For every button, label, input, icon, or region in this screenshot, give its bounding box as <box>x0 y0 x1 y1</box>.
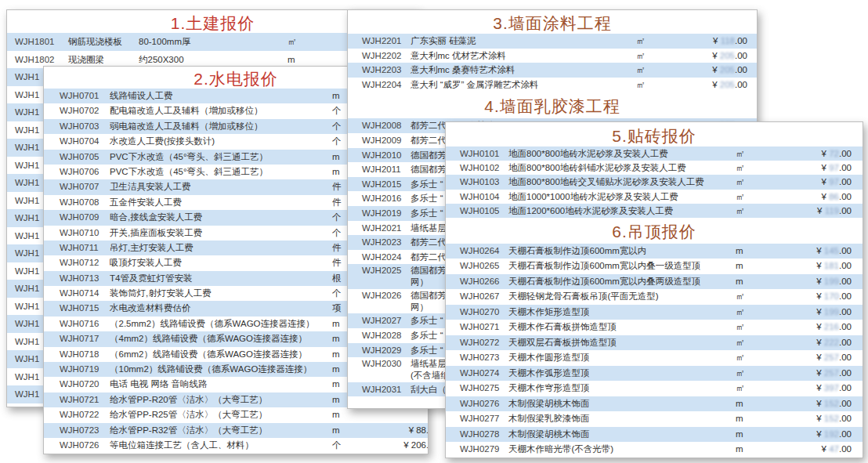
masked-price-digits: 397 <box>824 383 839 392</box>
item-unit: m <box>332 331 340 346</box>
item-code: WJH2201 <box>362 34 402 49</box>
table-row[interactable]: WJH0104地面1000*1000地砖水泥砂浆及安装人工费㎡¥ 86.00 <box>446 190 863 204</box>
masked-price-digits: 145 <box>824 246 839 255</box>
item-name: 等电位箱连接工艺（含人工、材料） <box>110 438 254 453</box>
table-row[interactable]: WJH0272天棚双层石膏板拼饰造型顶㎡¥ 222.00 <box>446 335 863 351</box>
table-row[interactable]: WJH0276木制假梁胡桃木饰面m¥ 152.00 <box>446 396 863 412</box>
masked-price-digits: 119 <box>825 206 839 215</box>
item-name: 地面800*800地砖水泥砂浆及安装人工费 <box>508 146 668 161</box>
table-row[interactable]: WJH0275天棚木作穹形造型顶㎡¥ 397.00 <box>446 381 863 396</box>
item-name: 天棚木作圆形造型顶 <box>508 350 590 366</box>
item-code: WJH0714 <box>60 286 99 301</box>
item-code: WJH2203 <box>362 63 402 78</box>
section-title-tiling: 5.贴砖报价 <box>446 122 863 146</box>
table-row[interactable]: WJH0277木制假梁乳胶漆饰面m¥ 152.00 <box>446 411 863 427</box>
table-row[interactable]: WJH0274天棚木作弧形造型顶㎡¥ 257.00 <box>446 366 863 382</box>
item-code: WJH1 <box>15 315 39 333</box>
table-row[interactable]: WJH0722给水管PP-R25管〈洁水〉（大弯工艺）m <box>44 407 428 422</box>
masked-price-digits: 257 <box>824 353 839 362</box>
item-unit: 件 <box>332 241 342 255</box>
item-name: 都芳二代 <box>410 133 447 148</box>
item-code: WJH1 <box>15 103 39 121</box>
item-name: 地面800*800地砖斜铺水泥砂浆及安装人工费 <box>508 161 686 175</box>
item-unit: 件 <box>332 255 342 270</box>
masked-price-digits: 205 <box>720 80 735 89</box>
item-unit: 件 <box>332 195 342 210</box>
item-name: 开关,插座面板安装工费 <box>110 226 202 241</box>
item-code: WJH2011 <box>362 162 401 177</box>
item-code: WJH0101 <box>460 146 500 161</box>
item-unit: 个 <box>332 134 342 149</box>
table-row[interactable]: WJH0271天棚木作石膏板拼饰造型顶㎡¥ 216.00 <box>446 320 863 335</box>
table-row[interactable]: WJH2201广东实丽 硅藻泥㎡¥ 118.00 <box>348 34 757 49</box>
item-code: WJH1 <box>15 227 39 245</box>
sheet-tiling-ceiling-quote: 5.贴砖报价 WJH0101地面800*800地砖水泥砂浆及安装人工费㎡¥ 72… <box>445 121 863 458</box>
item-unit: ㎡ <box>736 366 745 382</box>
table-row[interactable]: WJH2203意大利mc 桑赛特艺术涂料㎡¥ 205.00 <box>348 63 757 78</box>
item-name: 水改造人工费(按接头数计) <box>110 134 215 149</box>
item-code: WJH2025 <box>362 265 402 277</box>
item-unit: ㎡ <box>636 78 646 92</box>
item-price: ¥ 118.00 <box>713 34 747 49</box>
item-code: WJH0270 <box>460 305 500 320</box>
item-code: WJH1 <box>15 209 39 227</box>
item-code: WJH2030 <box>362 358 402 370</box>
item-name: PVC下水改造（45°弯头、斜三通工艺） <box>110 150 268 165</box>
item-price: ¥ 47.00 <box>822 442 852 458</box>
item-name: 装饰筒灯,射灯安装人工费 <box>110 286 212 301</box>
item-price: ¥ 72.00 <box>822 146 852 161</box>
item-unit: ㎡ <box>288 33 297 51</box>
item-name: 木制假梁乳胶漆饰面 <box>508 411 590 427</box>
item-code: WJH0708 <box>60 195 99 210</box>
item-code: WJH0279 <box>460 442 500 458</box>
item-name: 多乐士 “ <box>410 313 443 328</box>
item-code: WJH0276 <box>460 396 500 412</box>
table-row[interactable]: WJH0726等电位箱连接工艺（含人工、材料）个¥ 206.00 <box>44 438 428 453</box>
item-code: WJH1 <box>15 350 39 368</box>
item-code: WJH0706 <box>60 165 99 179</box>
item-unit: m <box>736 244 743 259</box>
table-row[interactable]: WJH0266天棚石膏板制作边顶600mm宽以内叠两级造型顶m¥ 199.00 <box>446 274 863 290</box>
item-code: WJH2029 <box>362 343 402 358</box>
table-row[interactable]: WJH0264天棚石膏板制作边顶600mm宽以内m¥ 145.00 <box>446 244 863 259</box>
table-row[interactable]: WJH0265天棚石膏板制作边顶600mm宽以内叠一级造型顶m¥ 181.00 <box>446 259 863 274</box>
masked-price-digits: 118 <box>721 36 735 45</box>
item-unit: m <box>332 423 340 438</box>
item-name: （2.5mm2）线路铺设费（德系WAGO连接器连接） <box>110 317 315 331</box>
table-row[interactable]: WJH0270天棚木作矩形造型顶㎡¥ 199.00 <box>446 305 863 320</box>
table-row[interactable]: WJH0267天棚轻钢龙骨石膏板吊顶(平面无造型)㎡¥ 170.00 <box>446 289 863 305</box>
item-unit: ㎡ <box>636 34 646 49</box>
item-code: WJH0703 <box>60 119 99 134</box>
item-price: ¥ 152.00 <box>816 396 852 412</box>
item-code: WJH2031 <box>362 382 402 397</box>
table-row[interactable]: WJH0103地面800*800地砖交叉铺贴水泥砂浆及安装人工费㎡¥ 97.00 <box>446 175 863 189</box>
table-row[interactable]: WJH2204意大利 “威罗” 金属浮雕艺术涂料㎡¥ 205.00 <box>348 78 757 92</box>
item-code: WJH0265 <box>460 259 500 274</box>
item-name: 五金件安装人工费 <box>110 195 182 210</box>
table-row[interactable]: WJH0273天棚木作圆形造型顶㎡¥ 257.00 <box>446 350 863 366</box>
item-unit: m <box>736 396 743 412</box>
table-row[interactable]: WJH0105地面1200*600地砖水泥砂浆及安装人工费㎡¥ 119.00 <box>446 204 863 218</box>
masked-price-digits: 181 <box>824 261 839 270</box>
item-code: WJH1 <box>15 368 39 386</box>
item-name: 吸顶灯安装人工费 <box>110 255 182 270</box>
item-unit: ㎡ <box>736 204 745 218</box>
masked-price-digits: 86 <box>829 192 839 201</box>
table-row[interactable]: WJH0101地面800*800地砖水泥砂浆及安装人工费㎡¥ 72.00 <box>446 146 863 161</box>
item-name: 地面1000*1000地砖水泥砂浆及安装人工费 <box>508 190 678 204</box>
table-row[interactable]: WJH2202意大利mc 优材艺术涂料㎡¥ 205.00 <box>348 49 757 63</box>
item-unit: m <box>332 165 340 179</box>
item-unit: m <box>332 407 340 422</box>
item-code: WJH1 <box>15 385 39 403</box>
item-code: WJH0705 <box>60 150 99 165</box>
item-name: 墙纸基层 <box>410 221 447 236</box>
item-code: WJH0104 <box>460 190 500 204</box>
item-unit: m <box>736 427 743 443</box>
table-row[interactable]: WJH0279天棚木作暗光带(不含光带)m¥ 47.00 <box>446 442 863 458</box>
table-row[interactable]: WJH0102地面800*800地砖斜铺水泥砂浆及安装人工费㎡¥ 97.00 <box>446 161 863 175</box>
item-price: ¥ 257.00 <box>816 366 852 382</box>
table-row[interactable]: WJH0278木制假梁胡桃木饰面m¥ 192.00 <box>446 427 863 443</box>
item-unit: ㎡ <box>736 146 745 161</box>
item-name: 地面800*800地砖交叉铺贴水泥砂浆及安装人工费 <box>508 175 704 189</box>
table-row[interactable]: WJH0723给水管PP-R32管〈洁水〉（大弯工艺）m¥ 88.00 <box>44 423 428 438</box>
